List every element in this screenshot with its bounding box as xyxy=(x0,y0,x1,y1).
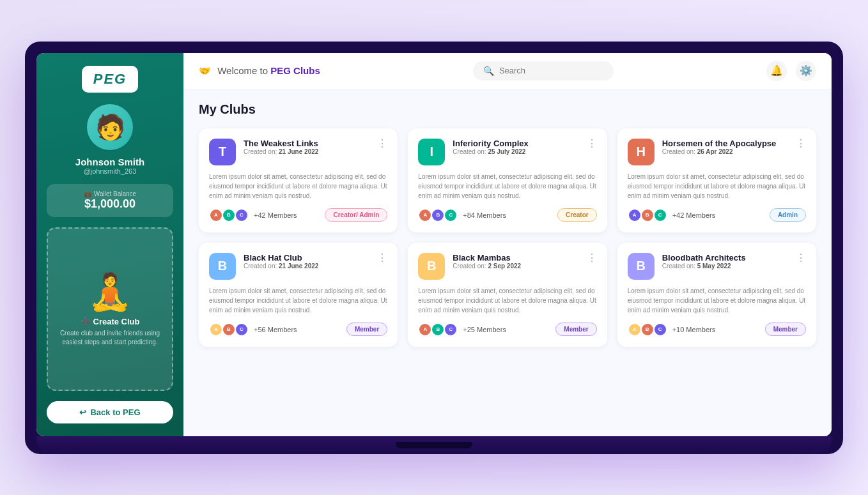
members-group: ABC +42 Members xyxy=(628,208,716,222)
member-avatar: A xyxy=(628,208,642,222)
clubs-area: My Clubs T The Weakest Links Created on:… xyxy=(183,89,832,436)
club-footer: ABC +42 Members Admin xyxy=(628,208,806,222)
members-group: ABC +84 Members xyxy=(418,208,506,222)
member-avatar: C xyxy=(235,323,249,337)
club-icon: B xyxy=(209,253,236,280)
member-avatar: A xyxy=(209,208,223,222)
create-club-description: Create club and invite friends using eas… xyxy=(57,329,163,347)
club-name: Inferiority Complex xyxy=(453,139,578,148)
member-avatar: C xyxy=(444,208,458,222)
club-menu-icon[interactable]: ⋮ xyxy=(587,139,597,149)
top-bar: 🤝 Welcome to PEG Clubs 🔍 🔔 ⚙️ xyxy=(183,53,832,89)
club-footer: ABC +42 Members Creator/ Admin xyxy=(209,208,387,222)
user-name: Johnson Smith xyxy=(75,156,144,167)
club-date: Created on: 26 Apr 2022 xyxy=(662,148,788,155)
club-card-header: B Bloodbath Architects Created on: 5 May… xyxy=(628,253,806,280)
search-bar[interactable]: 🔍 xyxy=(473,61,614,80)
role-badge: Member xyxy=(555,323,596,336)
club-card-black-mambas[interactable]: B Black Mambas Created on: 2 Sep 2022 ⋮ … xyxy=(408,243,607,347)
club-footer: ABC +84 Members Creator xyxy=(418,208,596,222)
club-description: Lorem ipsum dolor sit amet, consectetur … xyxy=(418,172,596,201)
club-menu-icon[interactable]: ⋮ xyxy=(587,253,597,263)
back-to-peg-button[interactable]: ↩ Back to PEG xyxy=(47,401,173,423)
role-badge: Admin xyxy=(770,208,806,222)
member-avatar: B xyxy=(431,208,445,222)
members-count: +84 Members xyxy=(463,211,506,219)
laptop-base xyxy=(36,436,832,454)
section-title: My Clubs xyxy=(199,102,816,117)
club-info: Horsemen of the Apocalypse Created on: 2… xyxy=(662,139,788,155)
club-footer: ABC +25 Members Member xyxy=(418,323,596,337)
members-group: ABC +42 Members xyxy=(209,208,297,222)
notification-icon[interactable]: 🔔 xyxy=(766,61,787,81)
club-menu-icon[interactable]: ⋮ xyxy=(796,139,806,149)
members-group: ABC +10 Members xyxy=(628,323,716,337)
member-avatar: B xyxy=(431,323,445,337)
club-menu-icon[interactable]: ⋮ xyxy=(377,253,387,263)
club-name: Black Mambas xyxy=(453,253,578,263)
member-avatar: A xyxy=(418,208,432,222)
club-menu-icon[interactable]: ⋮ xyxy=(796,253,806,263)
role-badge: Member xyxy=(765,323,806,336)
club-card-black-hat-club[interactable]: B Black Hat Club Created on: 21 June 202… xyxy=(199,243,398,347)
club-card-inferiority-complex[interactable]: I Inferiority Complex Created on: 25 Jul… xyxy=(408,128,607,232)
laptop-screen: PEG 🧑 Johnson Smith @johnsmith_263 💼 Wal… xyxy=(36,53,832,436)
role-badge: Creator/ Admin xyxy=(325,208,387,222)
members-count: +42 Members xyxy=(672,211,716,219)
club-icon: I xyxy=(418,139,445,165)
club-date: Created on: 2 Sep 2022 xyxy=(453,263,578,270)
club-date: Created on: 5 May 2022 xyxy=(662,263,788,270)
club-name: The Weakest Links xyxy=(244,139,369,148)
club-card-weakest-links[interactable]: T The Weakest Links Created on: 21 June … xyxy=(199,128,398,232)
club-description: Lorem ipsum dolor sit amet, consectetur … xyxy=(209,286,387,315)
member-avatar: B xyxy=(640,208,655,222)
club-card-bloodbath-architects[interactable]: B Bloodbath Architects Created on: 5 May… xyxy=(617,243,816,347)
club-date: Created on: 21 June 2022 xyxy=(244,263,369,270)
user-handle: @johnsmith_263 xyxy=(84,167,137,175)
wallet-amount: $1,000.00 xyxy=(59,197,160,211)
search-input[interactable] xyxy=(499,66,601,75)
club-name: Horsemen of the Apocalypse xyxy=(662,139,788,148)
create-club-title: ➕ Create Club xyxy=(81,317,140,326)
search-icon: 🔍 xyxy=(483,66,494,76)
role-badge: Creator xyxy=(557,208,597,222)
sidebar: PEG 🧑 Johnson Smith @johnsmith_263 💼 Wal… xyxy=(36,53,183,436)
member-avatar: A xyxy=(418,323,432,337)
club-icon: T xyxy=(209,139,236,165)
create-club-illustration: 🧘 xyxy=(88,271,132,313)
member-avatar: A xyxy=(209,323,223,337)
club-info: Black Mambas Created on: 2 Sep 2022 xyxy=(453,253,578,270)
laptop-notch xyxy=(396,442,472,448)
club-info: The Weakest Links Created on: 21 June 20… xyxy=(244,139,369,155)
club-card-header: T The Weakest Links Created on: 21 June … xyxy=(209,139,387,165)
club-footer: ABC +10 Members Member xyxy=(628,323,806,337)
club-date: Created on: 25 July 2022 xyxy=(453,148,578,155)
club-card-header: B Black Mambas Created on: 2 Sep 2022 ⋮ xyxy=(418,253,596,280)
club-info: Bloodbath Architects Created on: 5 May 2… xyxy=(662,253,788,270)
club-icon: B xyxy=(628,253,655,280)
welcome-emoji: 🤝 xyxy=(199,65,211,76)
club-description: Lorem ipsum dolor sit amet, consectetur … xyxy=(628,286,806,315)
clubs-grid: T The Weakest Links Created on: 21 June … xyxy=(199,128,816,347)
main-content: 🤝 Welcome to PEG Clubs 🔍 🔔 ⚙️ My Clubs xyxy=(183,53,832,436)
top-bar-icons: 🔔 ⚙️ xyxy=(766,61,816,81)
club-description: Lorem ipsum dolor sit amet, consectetur … xyxy=(418,286,596,315)
members-count: +56 Members xyxy=(254,326,297,333)
settings-icon[interactable]: ⚙️ xyxy=(796,61,816,81)
member-avatar: B xyxy=(222,208,236,222)
wallet-card: 💼 Wallet Balance $1,000.00 xyxy=(47,184,173,217)
club-info: Inferiority Complex Created on: 25 July … xyxy=(453,139,578,155)
members-count: +10 Members xyxy=(672,326,716,333)
create-club-card[interactable]: 🧘 ➕ Create Club Create club and invite f… xyxy=(47,227,173,391)
club-icon: B xyxy=(418,253,445,280)
club-card-horsemen-apocalypse[interactable]: H Horsemen of the Apocalypse Created on:… xyxy=(617,128,816,232)
club-info: Black Hat Club Created on: 21 June 2022 xyxy=(244,253,369,270)
member-avatar: A xyxy=(628,323,642,337)
back-icon: ↩ xyxy=(79,407,86,417)
club-card-header: I Inferiority Complex Created on: 25 Jul… xyxy=(418,139,596,165)
club-menu-icon[interactable]: ⋮ xyxy=(377,139,387,149)
wallet-label: 💼 Wallet Balance xyxy=(59,190,160,197)
members-group: ABC +25 Members xyxy=(418,323,506,337)
club-description: Lorem ipsum dolor sit amet, consectetur … xyxy=(209,172,387,201)
members-count: +25 Members xyxy=(463,326,506,333)
